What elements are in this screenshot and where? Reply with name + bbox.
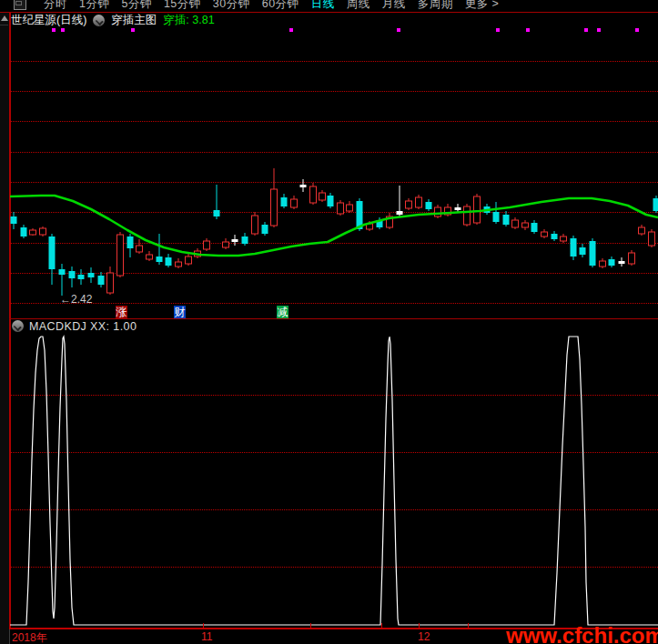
indicator-header: MACDKDJ XX: 1.00 [12, 319, 137, 333]
period-toolbar: 分时1分钟5分钟15分钟30分钟60分钟日线周线月线多周期更多 > [0, 0, 658, 12]
axis-tick [310, 623, 311, 629]
period-tab-1[interactable]: 1分钟 [79, 0, 109, 12]
period-tab-4[interactable]: 30分钟 [213, 0, 250, 12]
scrollbar-divider [0, 25, 8, 25]
axis-tick [419, 623, 420, 629]
period-tab-8[interactable]: 月线 [382, 0, 406, 12]
chevron-down-icon[interactable] [12, 320, 24, 332]
period-tab-0[interactable]: 分时 [44, 0, 67, 12]
period-tab-9[interactable]: 多周期 [418, 0, 453, 12]
main-chart-panel[interactable] [11, 27, 658, 304]
signal-badge: 减 [277, 306, 289, 318]
axis-tick [468, 623, 469, 629]
indicator-title: MACDKDJ XX: 1.00 [29, 320, 137, 333]
window-icon[interactable] [14, 0, 26, 10]
period-menu: 分时1分钟5分钟15分钟30分钟60分钟日线周线月线多周期更多 > [44, 0, 499, 12]
stock-title: 世纪星源(日线) [11, 13, 86, 28]
period-tab-7[interactable]: 周线 [347, 0, 370, 12]
signal-badge: 财 [174, 306, 186, 318]
period-tab-5[interactable]: 60分钟 [262, 0, 299, 12]
trading-terminal-window: 分时1分钟5分钟15分钟30分钟60分钟日线周线月线多周期更多 > 世纪星源(日… [0, 0, 658, 644]
period-tab-6[interactable]: 日线 [311, 0, 335, 12]
chart-title-row: 世纪星源(日线) 穿插主图 穿插: 3.81 [11, 13, 215, 28]
x-axis-label: 11 [201, 630, 212, 643]
lowest-price-label: ←2.42 [60, 293, 92, 306]
x-axis-label: 12 [418, 630, 430, 643]
axis-tick [203, 623, 204, 629]
period-tab-2[interactable]: 5分钟 [121, 0, 151, 12]
overlay-indicator-value: 穿插: 3.81 [163, 13, 214, 28]
signal-badge: 涨 [116, 306, 127, 318]
chevron-down-icon[interactable] [93, 15, 105, 26]
watermark: www.cfchi.com [506, 623, 658, 644]
axis-tick [381, 623, 382, 629]
indicator-panel[interactable] [11, 334, 658, 627]
scroll-up-icon[interactable] [1, 15, 8, 21]
period-tab-10[interactable]: 更多 > [465, 0, 500, 12]
x-axis-label: 2018年 [12, 630, 47, 644]
overlay-indicator-name: 穿插主图 [111, 13, 157, 28]
period-tab-3[interactable]: 15分钟 [164, 0, 201, 12]
